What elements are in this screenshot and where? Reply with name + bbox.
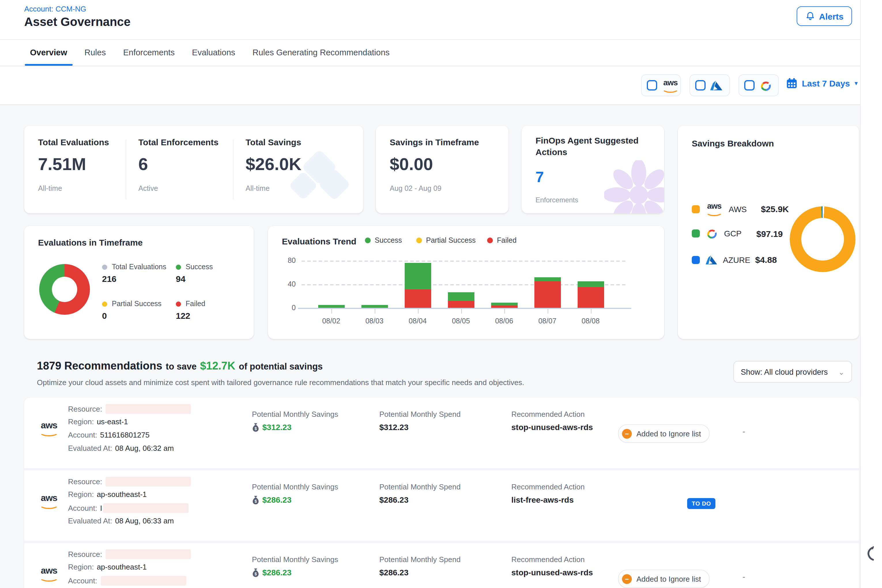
stat-caption: Enforcements xyxy=(536,196,578,204)
trend-bar-08/07: 08/07 xyxy=(526,261,569,308)
date-range-label: Last 7 Days xyxy=(802,78,850,88)
redacted-resource xyxy=(106,404,191,414)
x-axis-label: 08/05 xyxy=(452,317,470,325)
stat-value: 7 xyxy=(536,168,544,186)
legend-item-gcp: GCP $97.19 xyxy=(692,228,783,238)
gcp-provider-filter[interactable] xyxy=(738,74,779,96)
recommended-action: Recommended Action stop-unused-aws-rds xyxy=(512,410,593,432)
row-separator xyxy=(24,541,859,543)
trend-bar-08/02: 08/02 xyxy=(310,261,353,308)
legend-value: 94 xyxy=(176,274,213,284)
empty-value-dash: - xyxy=(742,572,745,581)
stat-value: $0.00 xyxy=(390,154,433,174)
minus-icon: – xyxy=(622,574,632,584)
money-bag-icon: $ xyxy=(252,495,260,504)
potential-monthly-savings: Potential Monthly Savings $ $286.23 xyxy=(252,555,338,577)
app-header: Account: CCM-NG Asset Governance Alerts xyxy=(0,0,882,40)
caret-down-icon: ▾ xyxy=(855,80,858,87)
legend-value: 122 xyxy=(176,311,205,321)
partial-dot-icon xyxy=(416,237,422,243)
svg-text:$: $ xyxy=(255,426,257,430)
potential-savings-amount: $12.7K xyxy=(200,360,236,372)
chart-title: Evaluations in Timeframe xyxy=(38,237,142,247)
calendar-icon xyxy=(786,78,797,89)
help-widget-partial-icon[interactable] xyxy=(865,545,876,565)
stat-caption: Aug 02 - Aug 09 xyxy=(390,184,441,192)
date-range-picker[interactable]: Last 7 Days ▾ xyxy=(786,78,858,89)
stat-value: 6 xyxy=(138,154,148,174)
trend-bar-08/08: 08/08 xyxy=(569,261,612,308)
minus-icon: – xyxy=(622,429,632,438)
todo-badge: TO DO xyxy=(687,498,716,509)
tab-overview[interactable]: Overview xyxy=(29,40,68,66)
failed-dot-icon xyxy=(176,301,181,306)
recommended-action: Recommended Action list-free-aws-rds xyxy=(512,483,585,504)
stat-value: 7.51M xyxy=(38,154,86,174)
stat-title: Total Savings xyxy=(246,137,301,147)
x-axis-label: 08/08 xyxy=(582,317,600,325)
potential-monthly-savings: Potential Monthly Savings $ $312.23 xyxy=(252,410,338,432)
azure-checkbox[interactable] xyxy=(695,80,706,90)
azure-color-swatch xyxy=(692,256,700,264)
cloud-provider-filter-select[interactable]: Show: All cloud providers ⌄ xyxy=(733,361,852,383)
aws-logo-icon: aws xyxy=(39,566,59,582)
tab-evaluations[interactable]: Evaluations xyxy=(191,40,236,66)
money-bag-icon: $ xyxy=(252,568,260,577)
tab-rules-generating-recommendations[interactable]: Rules Generating Recommendations xyxy=(251,40,391,66)
aws-color-swatch xyxy=(692,205,700,213)
gcp-logo-icon xyxy=(706,228,718,238)
recommendations-subtitle: Optimize your cloud assets and minimize … xyxy=(37,378,524,387)
trend-bar-08/04: 08/04 xyxy=(396,261,439,308)
azure-logo-icon xyxy=(710,80,722,90)
tab-rules[interactable]: Rules xyxy=(83,40,107,66)
resource-details: Resource: Region:ap-southeast-1 Account:… xyxy=(68,477,191,530)
trend-legend-partial: Partial Success xyxy=(416,236,476,244)
aws-provider-filter[interactable]: aws xyxy=(641,74,681,96)
potential-monthly-spend: Potential Monthly Spend $312.23 xyxy=(380,410,460,432)
flower-watermark-icon xyxy=(604,160,664,213)
azure-provider-filter[interactable] xyxy=(690,74,730,96)
trend-bar-08/06: 08/06 xyxy=(483,261,526,308)
trend-legend-success: Success xyxy=(365,236,402,244)
aws-logo-icon: aws xyxy=(706,202,723,216)
resource-details: Resource: Region:ap-southeast-1 Account:… xyxy=(68,549,191,588)
asset-governance-page: Account: CCM-NG Asset Governance Alerts … xyxy=(0,0,882,588)
potential-monthly-spend: Potential Monthly Spend $286.23 xyxy=(380,555,460,577)
svg-text:$: $ xyxy=(255,499,257,503)
legend-item-aws: aws AWS $25.9K xyxy=(692,202,789,216)
chart-title: Evaluations Trend xyxy=(282,236,356,246)
stat-title: Total Enforcements xyxy=(138,137,219,147)
gcp-logo-icon xyxy=(759,80,772,91)
y-axis-tick: 40 xyxy=(276,280,296,288)
savings-in-timeframe-card: Savings in Timeframe $0.00 Aug 02 - Aug … xyxy=(376,126,508,213)
x-axis-label: 08/02 xyxy=(322,317,340,325)
recommendations-count: 1879 Recommendations xyxy=(37,360,162,372)
tab-bar: Overview Rules Enforcements Evaluations … xyxy=(0,40,882,66)
success-dot-icon xyxy=(365,237,370,243)
stat-value: $26.0K xyxy=(246,154,302,174)
stat-title: FinOps Agent SuggestedActions xyxy=(536,135,639,158)
stat-caption: Active xyxy=(138,184,158,192)
legend-value: 0 xyxy=(102,311,161,321)
stat-caption: All-time xyxy=(246,184,270,192)
account-breadcrumb[interactable]: Account: CCM-NG xyxy=(24,4,86,13)
recommendations-headline: 1879 Recommendations to save $12.7K of p… xyxy=(37,360,323,372)
redacted-account xyxy=(100,576,186,586)
legend-value: $25.9K xyxy=(761,204,789,214)
svg-text:$: $ xyxy=(255,571,257,576)
trend-bar-08/05: 08/05 xyxy=(439,261,483,308)
aws-checkbox[interactable] xyxy=(647,80,657,90)
empty-value-dash: - xyxy=(742,427,745,436)
gcp-checkbox[interactable] xyxy=(744,80,754,90)
azure-logo-icon xyxy=(706,255,717,264)
recommendation-row: aws Resource: Region:ap-southeast-1 Acco… xyxy=(24,543,859,588)
legend-value: $97.19 xyxy=(756,229,783,238)
chevron-down-icon: ⌄ xyxy=(838,368,844,376)
savings-breakdown-donut-chart xyxy=(790,206,855,272)
totals-card: Total Evaluations 7.51M All-time Total E… xyxy=(24,126,363,213)
tab-enforcements[interactable]: Enforcements xyxy=(122,40,176,66)
potential-monthly-spend: Potential Monthly Spend $286.23 xyxy=(380,483,460,504)
alerts-button[interactable]: Alerts xyxy=(796,6,852,26)
x-axis-label: 08/07 xyxy=(538,317,556,325)
bell-icon xyxy=(805,11,815,21)
